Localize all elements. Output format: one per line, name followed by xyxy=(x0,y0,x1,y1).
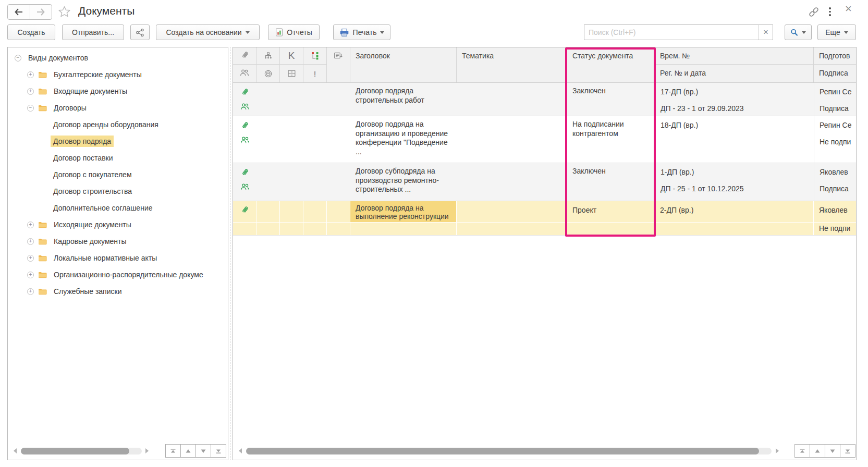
transfer-column-icon[interactable] xyxy=(327,47,350,82)
folder-icon xyxy=(38,254,47,262)
forward-button[interactable] xyxy=(30,5,52,19)
cell-signed: Подписа xyxy=(820,180,856,193)
create-button[interactable]: Создать xyxy=(7,24,55,40)
tree-item-label: Локальные нормативные акты xyxy=(51,252,160,264)
expand-icon[interactable]: + xyxy=(27,272,34,278)
cell-people: Репин СеНе подпи xyxy=(814,116,856,163)
send-button[interactable]: Отправить... xyxy=(62,24,124,40)
attachment-icon xyxy=(240,121,249,131)
column-header-prepared[interactable]: Подготов xyxy=(814,47,856,65)
search-clear-button[interactable]: × xyxy=(759,25,773,40)
tree-item[interactable]: Договор строительства xyxy=(8,183,228,200)
scrollbar-thumb[interactable] xyxy=(21,448,129,454)
column-header-temp-number[interactable]: Врем. № xyxy=(655,47,813,65)
important-column-icon[interactable]: ! xyxy=(303,65,327,82)
expand-icon[interactable]: + xyxy=(27,238,34,245)
tree-item[interactable]: +Служебные записки xyxy=(8,283,228,300)
reports-button[interactable]: Отчеты xyxy=(268,24,320,40)
seal-column-icon[interactable] xyxy=(256,65,280,82)
table-row-selected[interactable]: Договор подряда на выполнение реконструк… xyxy=(233,201,856,236)
tree-item[interactable]: +Входящие документы xyxy=(8,83,228,100)
report-chart-icon xyxy=(275,28,283,36)
back-button[interactable] xyxy=(8,5,30,19)
tree-item[interactable]: Договор подряда xyxy=(8,133,228,150)
expand-icon[interactable]: + xyxy=(27,71,34,78)
tree-item[interactable]: Договор с покупателем xyxy=(8,166,228,183)
go-first-button[interactable] xyxy=(165,444,181,458)
more-button[interactable]: Еще xyxy=(817,24,856,40)
collapse-icon[interactable]: − xyxy=(15,55,21,62)
expand-icon[interactable]: + xyxy=(27,222,34,228)
get-link-icon[interactable] xyxy=(808,6,820,20)
share-icon xyxy=(136,28,144,37)
table-row[interactable]: Договор подряда на организацию и проведе… xyxy=(233,116,856,163)
collapse-icon[interactable]: − xyxy=(27,105,34,112)
find-button[interactable] xyxy=(785,24,812,40)
attachment-column-icon[interactable] xyxy=(233,47,256,65)
members-column-icon[interactable] xyxy=(233,65,256,82)
go-previous-button[interactable] xyxy=(180,444,196,458)
scroll-right-arrow[interactable] xyxy=(776,448,779,453)
tree-item-label: Договор аренды оборудования xyxy=(51,119,161,130)
column-header-theme[interactable]: Тематика xyxy=(457,47,567,82)
status-flags-column-icon[interactable] xyxy=(303,47,327,65)
attachment-icon-cell xyxy=(233,201,256,223)
go-next-button[interactable] xyxy=(825,444,840,458)
cell-status-sub xyxy=(567,223,655,235)
column-header-title[interactable]: Заголовок xyxy=(350,47,457,82)
tree-item[interactable]: +Кадровые документы xyxy=(8,233,228,250)
create-based-on-button[interactable]: Создать на основании xyxy=(156,24,260,40)
tree-item[interactable]: −Договоры xyxy=(8,100,228,116)
horizontal-scrollbar[interactable] xyxy=(21,448,142,454)
scroll-right-arrow[interactable] xyxy=(145,448,149,453)
tree-item[interactable]: Дополнительное соглашение xyxy=(8,200,228,216)
tree-item-label: Исходящие документы xyxy=(51,219,134,230)
tree-item[interactable]: +Исходящие документы xyxy=(8,216,228,233)
column-header-signed[interactable]: Подписа xyxy=(814,65,856,82)
scrollbar-thumb[interactable] xyxy=(246,448,759,454)
documents-table-panel: K ! Заголовок Тематика Статус документа xyxy=(233,47,857,460)
tree-item[interactable]: +Организационно-распорядительные докуме xyxy=(8,266,228,283)
table-row[interactable]: Договор субподряда на производство ремон… xyxy=(233,163,856,201)
tree-item[interactable]: Договор поставки xyxy=(8,150,228,166)
expand-icon[interactable]: + xyxy=(27,88,34,95)
hierarchy-column-icon[interactable] xyxy=(256,47,280,65)
print-button[interactable]: Печать xyxy=(333,24,390,40)
window-menu-icon[interactable] xyxy=(829,7,831,16)
cell-signed: Подписа xyxy=(820,100,856,113)
cell-temp-number: 1-ДП (вр.) xyxy=(661,163,814,180)
go-next-button[interactable] xyxy=(195,444,211,458)
search-icon xyxy=(790,28,798,37)
column-header-reg-number[interactable]: Рег. № и дата xyxy=(655,65,813,82)
panel-splitter[interactable] xyxy=(230,47,230,460)
go-last-button[interactable] xyxy=(840,444,855,458)
table-row[interactable]: Договор подряда строительных работЗаключ… xyxy=(233,83,856,116)
column-header-people: Подготов Подписа xyxy=(814,47,856,82)
search-input[interactable] xyxy=(584,25,759,40)
share-button[interactable] xyxy=(130,24,150,40)
scroll-left-arrow[interactable] xyxy=(14,448,17,453)
icon-cell xyxy=(303,201,327,223)
cardfile-column-icon[interactable] xyxy=(280,65,303,82)
go-previous-button[interactable] xyxy=(810,444,825,458)
k-column-icon[interactable]: K xyxy=(280,47,303,65)
tree-item[interactable]: −Виды документов xyxy=(8,50,228,66)
chevron-down-icon xyxy=(802,31,806,36)
tree-item[interactable]: +Бухгалтерские документы xyxy=(8,66,228,83)
folder-icon xyxy=(38,104,47,112)
tree-item[interactable]: Договор аренды оборудования xyxy=(8,116,228,133)
favorite-star-icon[interactable] xyxy=(57,5,71,20)
folder-icon xyxy=(38,104,47,112)
go-last-button[interactable] xyxy=(211,444,226,458)
row-icons xyxy=(233,163,350,201)
row-icons xyxy=(233,83,350,116)
go-first-button[interactable] xyxy=(794,444,810,458)
tree-item[interactable]: +Локальные нормативные акты xyxy=(8,250,228,266)
close-icon[interactable]: × xyxy=(845,3,852,15)
horizontal-scrollbar[interactable] xyxy=(246,448,772,454)
column-header-status[interactable]: Статус документа xyxy=(567,47,655,82)
history-nav-group xyxy=(7,4,52,20)
scroll-left-arrow[interactable] xyxy=(239,448,242,453)
expand-icon[interactable]: + xyxy=(27,288,34,295)
expand-icon[interactable]: + xyxy=(27,255,34,262)
